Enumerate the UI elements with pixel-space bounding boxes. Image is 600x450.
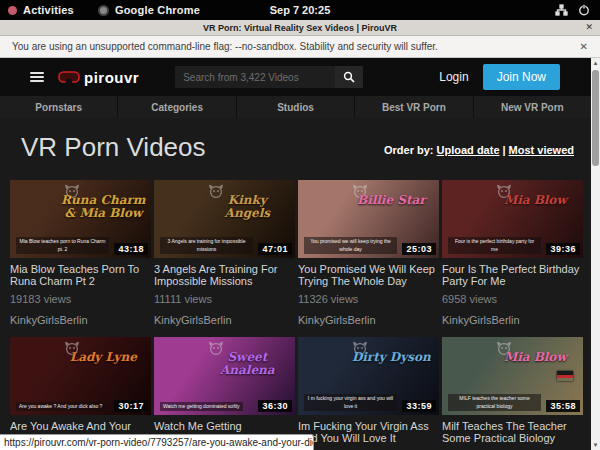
scrollbar-thumb[interactable] — [592, 70, 599, 166]
video-title-link[interactable]: Mia Blow Teaches Porn To Runa Charm Pt 2 — [10, 263, 151, 287]
video-thumbnail[interactable]: Lady Lyne Are you awake ? And your dick … — [10, 337, 151, 415]
heading-row: VR Porn Videos Order by: Upload date|Mos… — [0, 118, 600, 180]
thumbnail-model-name: Mia Blow — [492, 351, 579, 364]
warning-close-icon[interactable]: ✕ — [580, 41, 588, 52]
thumbnail-model-name: Billie Star — [348, 194, 435, 207]
video-title-link[interactable]: Milf Teaches The Teacher Some Practical … — [442, 420, 583, 444]
site-header: pirouvr Login Join Now — [0, 58, 600, 96]
video-title-link[interactable]: Four Is The Perfect Birthday Party For M… — [442, 263, 583, 287]
logo-text: pirouvr — [84, 69, 139, 86]
clock[interactable]: Sep 7 20:25 — [0, 4, 600, 16]
german-flag — [557, 371, 573, 381]
video-thumbnail[interactable]: Mia Blow Four is the perfect birthday pa… — [442, 180, 583, 258]
desktop-top-bar: Activities Google Chrome Sep 7 20:25 — [0, 0, 600, 20]
video-title-link[interactable]: Im Fucking Your Virgin Ass And You Will … — [298, 420, 439, 444]
video-views: 19183 views — [10, 293, 151, 305]
nav-item-studios[interactable]: Studios — [237, 96, 354, 118]
video-studio-link[interactable]: KinkyGirlsBerlin — [298, 314, 439, 326]
video-thumbnail[interactable]: Kinky Angels 3 Angels are training for i… — [154, 180, 295, 258]
video-studio-link[interactable]: KinkyGirlsBerlin — [10, 314, 151, 326]
video-grid: Runa Charm & Mia Blow Mia Blow teaches p… — [0, 180, 600, 450]
duration-badge: 25:03 — [402, 243, 436, 255]
scrollbar-up-arrow-icon[interactable]: ▲ — [591, 58, 600, 68]
thumbnail-caption: Watch me getting dominated softly — [160, 402, 243, 412]
video-thumbnail[interactable]: Sweet Analena Watch me getting dominated… — [154, 337, 295, 415]
video-card: Kinky Angels 3 Angels are training for i… — [154, 180, 295, 326]
scrollbar-down-arrow-icon[interactable]: ▼ — [591, 440, 600, 450]
page-viewport: pirouvr Login Join Now Pornstars Categor… — [0, 58, 600, 450]
video-studio-link[interactable]: KinkyGirlsBerlin — [154, 314, 295, 326]
thumbnail-model-name: Kinky Angels — [204, 194, 291, 219]
duration-badge: 43:18 — [114, 243, 148, 255]
thumbnail-caption: Four is the perfect birthday party for m… — [448, 237, 541, 254]
power-icon[interactable] — [578, 4, 590, 16]
menu-hamburger-icon[interactable] — [30, 72, 44, 82]
network-tree-icon[interactable] — [555, 4, 568, 16]
nav-item-new-vr-porn[interactable]: New VR Porn — [474, 96, 591, 118]
thumbnail-model-name: Sweet Analena — [204, 351, 291, 376]
thumbnail-caption: Are you awake ? And your dick also ? — [16, 402, 105, 412]
thumbnail-caption: MILF teaches the teacher some practical … — [448, 394, 541, 411]
thumbnail-caption: Mia Blow teaches porn to Runa Charm pt. … — [16, 237, 109, 254]
page-title: VR Porn Videos — [21, 132, 206, 163]
video-thumbnail[interactable]: Mia Blow MILF teaches the teacher some p… — [442, 337, 583, 415]
vr-goggles-icon — [58, 71, 80, 84]
main-nav: Pornstars Categories Studios Best VR Por… — [0, 96, 591, 118]
thumbnail-caption: 3 Angels are training for impossible mis… — [160, 237, 253, 254]
login-link[interactable]: Login — [439, 70, 468, 84]
thumbnail-model-name: Dirty Dyson — [348, 351, 435, 364]
video-views: 11326 views — [298, 293, 439, 305]
search-button[interactable] — [335, 66, 363, 88]
duration-badge: 39:36 — [546, 243, 580, 255]
thumbnail-model-name: Mia Blow — [492, 194, 579, 207]
screen: Activities Google Chrome Sep 7 20:25 VR … — [0, 0, 600, 450]
order-link-upload-date[interactable]: Upload date — [437, 144, 500, 156]
thumbnail-caption: I m fucking your virgin ass and you will… — [304, 394, 397, 411]
order-link-most-viewed[interactable]: Most viewed — [509, 144, 574, 156]
browser-title-bar[interactable]: VR Porn: Virtual Reality Sex Videos | Pi… — [0, 20, 600, 36]
duration-badge: 36:30 — [258, 400, 292, 412]
thumbnail-caption: You promised we will keep trying the who… — [304, 237, 397, 254]
chrome-warning-infobar: You are using an unsupported command-lin… — [0, 36, 600, 58]
window-title: VR Porn: Virtual Reality Sex Videos | Pi… — [0, 23, 600, 33]
order-by-label: Order by: — [384, 144, 434, 156]
duration-badge: 35:58 — [546, 400, 580, 412]
video-thumbnail[interactable]: Dirty Dyson I m fucking your virgin ass … — [298, 337, 439, 415]
video-thumbnail[interactable]: Runa Charm & Mia Blow Mia Blow teaches p… — [10, 180, 151, 258]
video-views: 11111 views — [154, 293, 295, 305]
video-thumbnail[interactable]: Billie Star You promised we will keep tr… — [298, 180, 439, 258]
join-now-button[interactable]: Join Now — [483, 64, 560, 90]
page-scrollbar[interactable]: ▲ ▼ — [591, 58, 600, 450]
status-bar: https://pirouvr.com/vr-porn-video/779325… — [0, 434, 314, 450]
duration-badge: 33:59 — [402, 400, 436, 412]
video-card: Runa Charm & Mia Blow Mia Blow teaches p… — [10, 180, 151, 326]
nav-item-categories[interactable]: Categories — [118, 96, 235, 118]
video-card: Dirty Dyson I m fucking your virgin ass … — [298, 337, 439, 450]
thumbnail-model-name: Runa Charm & Mia Blow — [60, 194, 147, 219]
video-title-link[interactable]: You Promised We Will Keep Trying The Who… — [298, 263, 439, 287]
nav-item-pornstars[interactable]: Pornstars — [0, 96, 117, 118]
thumbnail-model-name: Lady Lyne — [60, 351, 147, 364]
site-logo[interactable]: pirouvr — [58, 69, 139, 86]
warning-text: You are using an unsupported command-lin… — [12, 41, 438, 52]
duration-badge: 30:17 — [114, 400, 148, 412]
search-input[interactable] — [175, 66, 335, 88]
duration-badge: 47:01 — [258, 243, 292, 255]
search-group — [175, 66, 363, 88]
window-close-icon[interactable]: ✕ — [585, 22, 593, 32]
video-studio-link[interactable]: KinkyGirlsBerlin — [442, 314, 583, 326]
search-icon — [343, 71, 355, 83]
nav-item-best-vr-porn[interactable]: Best VR Porn — [355, 96, 472, 118]
video-card: Mia Blow MILF teaches the teacher some p… — [442, 337, 583, 450]
order-by: Order by: Upload date|Most viewed — [384, 144, 574, 156]
video-card: Billie Star You promised we will keep tr… — [298, 180, 439, 326]
video-card: Mia Blow Four is the perfect birthday pa… — [442, 180, 583, 326]
status-url: https://pirouvr.com/vr-porn-video/779325… — [4, 437, 313, 448]
order-separator: | — [503, 144, 506, 156]
video-views: 6958 views — [442, 293, 583, 305]
video-title-link[interactable]: 3 Angels Are Training For Impossible Mis… — [154, 263, 295, 287]
